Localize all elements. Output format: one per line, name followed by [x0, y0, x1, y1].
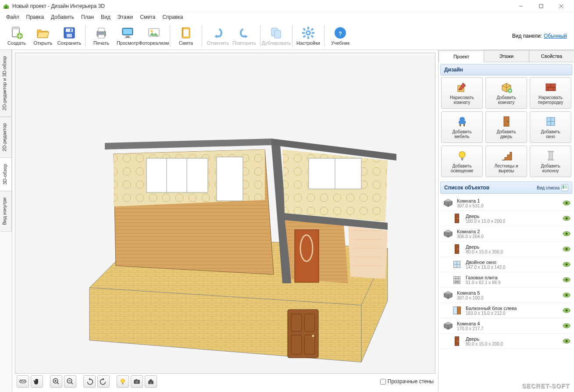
- object-item[interactable]: Комната 2306.0 x 264.0: [440, 226, 572, 242]
- object-item[interactable]: Двойное окно147.0 x 15.0 x 142.0: [440, 257, 572, 272]
- viewtool-cam-button[interactable]: [131, 375, 143, 388]
- toolbar-help-button[interactable]: Учебник: [327, 23, 353, 49]
- design-door-label: Добавитьдверь: [496, 129, 516, 139]
- viewtool-zout-button[interactable]: [64, 375, 76, 388]
- toolbar-undo-label: Отменить: [207, 41, 229, 46]
- menu-план[interactable]: План: [78, 13, 97, 21]
- design-light-button[interactable]: Добавитьосвещение: [441, 146, 483, 177]
- toolbar-open-button[interactable]: Открыть: [30, 23, 56, 49]
- transparent-walls-input[interactable]: [380, 379, 386, 385]
- object-dims: 183.0 x 15.0 x 212.0: [466, 311, 563, 316]
- viewtool-rotr-button[interactable]: [97, 375, 110, 388]
- window-title: Новый проект - Дизайн Интерьера 3D: [12, 3, 511, 9]
- visibility-eye-icon[interactable]: [563, 262, 570, 267]
- object-list[interactable]: Комната 1307.0 x 531.0Дверь100.0 x 15.0 …: [439, 196, 574, 392]
- design-add-room-button[interactable]: Добавитькомнату: [485, 77, 527, 109]
- toolbar-settings-label: Настройки: [296, 41, 320, 46]
- room-icon: [442, 197, 454, 209]
- svg-rect-71: [5, 7, 7, 9]
- visibility-eye-icon[interactable]: [563, 308, 570, 313]
- visibility-eye-icon[interactable]: [563, 231, 570, 236]
- minimize-button[interactable]: [511, 0, 531, 12]
- object-item[interactable]: Комната 4170.0 x 217.7: [440, 318, 572, 334]
- visibility-eye-icon[interactable]: [563, 246, 570, 252]
- visibility-eye-icon[interactable]: [563, 339, 570, 344]
- toolbar-print-label: Печать: [93, 41, 109, 46]
- viewport-toolbar: Прозрачные стены: [15, 374, 435, 389]
- design-partition-button[interactable]: Нарисоватьперегородку: [530, 77, 571, 109]
- visibility-eye-icon[interactable]: [563, 216, 570, 221]
- panel-mode-link[interactable]: Обычный: [544, 33, 567, 39]
- menu-этажи[interactable]: Этажи: [114, 13, 136, 21]
- toolbar-create-button[interactable]: Создать: [4, 23, 30, 49]
- viewtool-pan-button[interactable]: [31, 375, 43, 388]
- object-dims: 307.0 x 531.0: [457, 203, 563, 208]
- object-item[interactable]: Дверь80.0 x 15.0 x 200.0: [440, 334, 572, 349]
- object-name: Комната 1: [457, 198, 563, 203]
- menu-добавить[interactable]: Добавить: [47, 13, 78, 21]
- svg-point-99: [312, 335, 314, 337]
- object-item[interactable]: Дверь100.0 x 15.0 x 200.0: [440, 211, 572, 226]
- right-panel: ПроектЭтажиСвойства Дизайн Нарисоватьком…: [438, 50, 574, 392]
- visibility-eye-icon[interactable]: [563, 200, 570, 206]
- design-door-button[interactable]: Добавитьдверь: [485, 111, 527, 143]
- menu-вид[interactable]: Вид: [97, 13, 114, 21]
- object-item[interactable]: Балконный блок слева183.0 x 15.0 x 212.0: [440, 303, 572, 318]
- toolbar-photo-button[interactable]: Фотореализм: [141, 23, 167, 49]
- toolbar-settings-button[interactable]: Настройки: [295, 23, 321, 49]
- close-button[interactable]: [551, 0, 571, 12]
- list-view-mode-button[interactable]: [561, 184, 568, 191]
- viewtool-hut-button[interactable]: [145, 375, 157, 388]
- object-item[interactable]: Дверь80.0 x 15.0 x 200.0: [440, 242, 572, 257]
- object-item[interactable]: Комната 5307.0 x 100.0: [440, 288, 572, 303]
- maximize-button[interactable]: [531, 0, 551, 12]
- object-name: Дверь: [466, 214, 563, 219]
- right-tab-Свойства[interactable]: Свойства: [529, 50, 574, 62]
- stove-icon: [451, 274, 463, 286]
- toolbar-separator: [260, 25, 260, 46]
- toolbar-estimate-button[interactable]: Смета: [173, 23, 199, 49]
- design-column-button[interactable]: Добавитьколонну: [530, 146, 571, 177]
- viewtool-zin-button[interactable]: [50, 375, 62, 388]
- design-furniture-button[interactable]: Добавитьмебель: [441, 111, 483, 143]
- menu-правка[interactable]: Правка: [23, 13, 48, 21]
- design-furniture-label: Добавитьмебель: [452, 129, 471, 139]
- design-window-button[interactable]: Добавитьокно: [530, 111, 571, 143]
- toolbar-separator: [324, 25, 324, 46]
- menu-справка[interactable]: Справка: [159, 13, 186, 21]
- right-tabs: ПроектЭтажиСвойства: [439, 50, 574, 62]
- visibility-eye-icon[interactable]: [563, 292, 570, 298]
- vtab-2d[interactable]: 2D-редактор: [0, 117, 12, 158]
- svg-rect-72: [539, 4, 543, 8]
- column-icon: [545, 150, 557, 162]
- vtab-inside[interactable]: Вид изнутри: [0, 191, 12, 232]
- design-draw-room-button[interactable]: Нарисоватькомнату: [441, 77, 483, 109]
- design-stairs-button[interactable]: Лестницы ивырезы: [485, 146, 527, 177]
- toolbar-print-button[interactable]: Печать: [88, 23, 114, 49]
- toolbar-save-button[interactable]: Сохранить: [56, 23, 82, 49]
- menubar: ФайлПравкаДобавитьПланВидЭтажиСметаСправ…: [0, 12, 574, 22]
- visibility-eye-icon[interactable]: [563, 323, 570, 328]
- vtab-combo[interactable]: 2D-редактор и 3D-обзор: [0, 50, 12, 117]
- 3d-viewport[interactable]: [15, 53, 435, 374]
- folder-open-icon: [36, 26, 50, 40]
- viewtool-360-button[interactable]: [17, 375, 29, 388]
- viewtool-light-button[interactable]: [117, 375, 129, 388]
- viewtool-rotl-button[interactable]: [83, 375, 96, 388]
- object-item[interactable]: Газовая плита51.0 x 62.1 x 86.9: [440, 272, 572, 288]
- object-dims: 80.0 x 15.0 x 200.0: [466, 342, 563, 346]
- visibility-eye-icon[interactable]: [563, 277, 570, 282]
- panel-mode-label: Вид панели:: [512, 33, 542, 39]
- vtab-3d[interactable]: 3D-обзор: [0, 157, 12, 191]
- gear-icon: [301, 26, 315, 40]
- right-tab-Этажи[interactable]: Этажи: [484, 50, 529, 62]
- right-tab-Проект[interactable]: Проект: [439, 50, 484, 62]
- toolbar-view-button[interactable]: Просмотр: [114, 23, 141, 49]
- object-dims: 51.0 x 62.1 x 86.9: [466, 280, 563, 285]
- transparent-walls-checkbox[interactable]: Прозрачные стены: [380, 378, 434, 385]
- menu-файл[interactable]: Файл: [3, 13, 23, 21]
- toolbar-redo-button: Повторить: [231, 23, 257, 49]
- object-item[interactable]: Комната 1307.0 x 531.0: [440, 196, 572, 211]
- room-icon: [442, 289, 454, 301]
- menu-смета[interactable]: Смета: [136, 13, 159, 21]
